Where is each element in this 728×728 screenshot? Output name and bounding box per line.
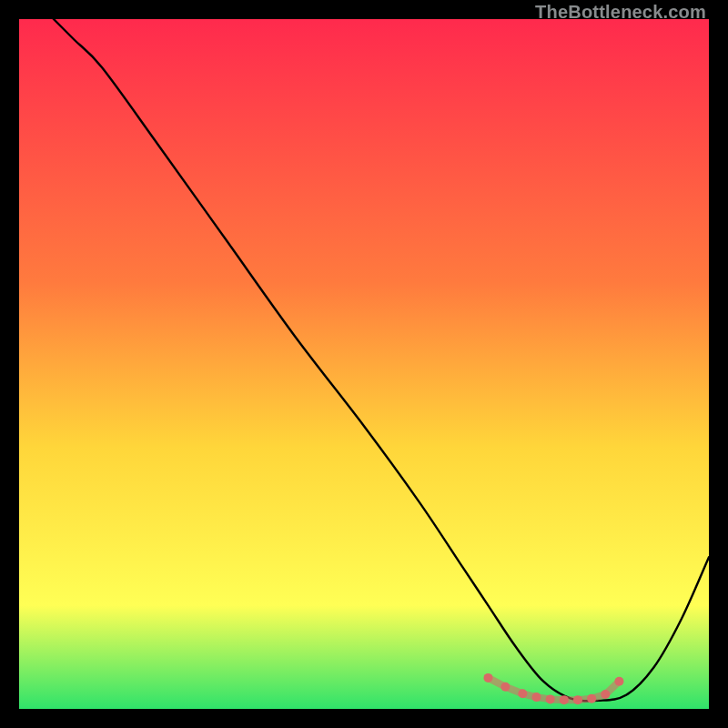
watermark-text: TheBottleneck.com [535, 2, 706, 23]
marker-dot [587, 694, 596, 703]
marker-dot [500, 682, 510, 692]
marker-dot [614, 677, 623, 686]
chart-svg [19, 19, 709, 709]
marker-dot [546, 694, 555, 703]
marker-dot [483, 673, 492, 682]
marker-dot [601, 690, 610, 699]
chart-frame [19, 19, 709, 709]
marker-dot [573, 695, 582, 704]
marker-dot [532, 693, 541, 702]
marker-dot [518, 689, 527, 698]
marker-dot [560, 695, 569, 704]
gradient-background [19, 19, 709, 709]
